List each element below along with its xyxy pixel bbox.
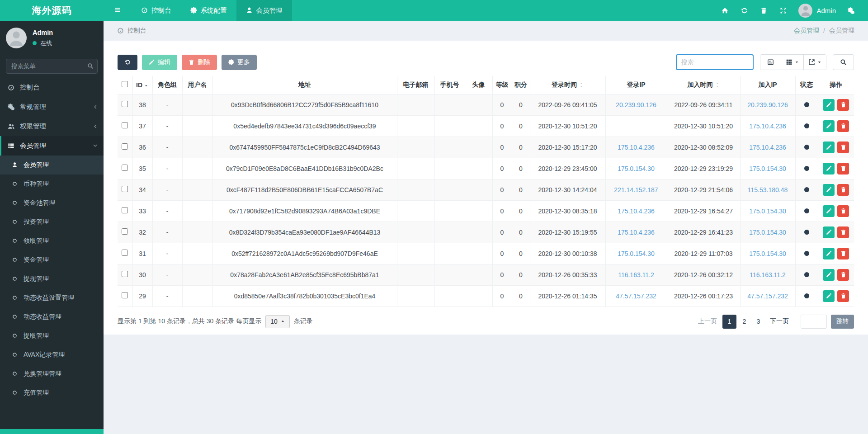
edit-row-button[interactable] <box>823 120 835 132</box>
refresh-icon[interactable] <box>735 7 754 14</box>
join-ip-link[interactable]: 175.10.4.236 <box>749 144 786 151</box>
edit-row-button[interactable] <box>823 290 835 302</box>
delete-row-button[interactable] <box>837 184 849 196</box>
sidebar-item-控制台[interactable]: 控制台 <box>0 78 104 97</box>
login-ip-link[interactable]: 175.0.154.30 <box>618 165 655 172</box>
join-ip-link[interactable]: 175.0.154.30 <box>749 208 786 215</box>
row-checkbox[interactable] <box>122 292 128 298</box>
login-ip-link[interactable]: 116.163.11.2 <box>618 271 654 278</box>
sidebar-subitem-充值管理[interactable]: 充值管理 <box>0 383 104 402</box>
delete-button[interactable]: 删除 <box>182 55 217 70</box>
page-button-1[interactable]: 1 <box>722 315 736 329</box>
edit-row-button[interactable] <box>823 205 835 217</box>
edit-row-button[interactable] <box>823 142 835 153</box>
sidebar-item-权限管理[interactable]: 权限管理 <box>0 117 104 136</box>
sidebar-item-常规管理[interactable]: 常规管理 <box>0 97 104 117</box>
settings-gears-icon[interactable] <box>841 7 861 14</box>
profile-avatar[interactable] <box>6 28 27 48</box>
sidebar-subitem-领取管理[interactable]: 领取管理 <box>0 231 104 250</box>
delete-row-button[interactable] <box>837 163 849 175</box>
expand-icon[interactable] <box>774 7 793 14</box>
sidebar-subitem-动态收益管理[interactable]: 动态收益管理 <box>0 307 104 326</box>
sidebar-subitem-会员管理[interactable]: 会员管理 <box>0 156 104 175</box>
join-ip-link[interactable]: 20.239.90.126 <box>747 101 788 108</box>
join-ip-link[interactable]: 175.0.154.30 <box>749 250 786 257</box>
edit-row-button[interactable] <box>823 99 835 111</box>
sidebar-toggle-button[interactable] <box>104 0 132 21</box>
sidebar-subitem-资金池管理[interactable]: 资金池管理 <box>0 193 104 212</box>
nav-item-会员管理[interactable]: 会员管理 <box>236 0 292 21</box>
select-all-checkbox[interactable] <box>122 81 128 87</box>
search-button[interactable] <box>833 54 854 70</box>
edit-row-button[interactable] <box>823 269 835 281</box>
user-avatar[interactable] <box>798 4 812 18</box>
delete-row-button[interactable] <box>837 99 849 111</box>
more-button[interactable]: 更多 <box>222 55 257 70</box>
login-ip-link[interactable]: 175.0.154.30 <box>618 250 655 257</box>
delete-row-button[interactable] <box>837 142 849 153</box>
row-checkbox[interactable] <box>122 271 128 277</box>
row-checkbox[interactable] <box>122 207 128 213</box>
login-ip-link[interactable]: 20.239.90.126 <box>616 101 656 108</box>
jump-button[interactable]: 跳转 <box>831 315 854 329</box>
refresh-button[interactable] <box>118 55 137 70</box>
detail-view-button[interactable] <box>760 55 781 70</box>
delete-row-button[interactable] <box>837 290 849 302</box>
row-checkbox[interactable] <box>122 228 128 235</box>
row-checkbox[interactable] <box>122 143 128 150</box>
sidebar-subitem-动态收益设置管理[interactable]: 动态收益设置管理 <box>0 288 104 307</box>
nav-item-控制台[interactable]: 控制台 <box>132 0 181 21</box>
home-icon[interactable] <box>715 7 735 14</box>
edit-row-button[interactable] <box>823 248 835 259</box>
join-ip-link[interactable]: 116.163.11.2 <box>750 271 786 278</box>
sidebar-subitem-投资管理[interactable]: 投资管理 <box>0 212 104 231</box>
edit-row-button[interactable] <box>823 163 835 175</box>
column-header-login-time[interactable]: 登录时间 <box>530 76 605 94</box>
breadcrumb-link[interactable]: 会员管理 <box>794 27 819 35</box>
delete-row-button[interactable] <box>837 120 849 132</box>
join-ip-link[interactable]: 175.10.4.236 <box>749 123 786 130</box>
edit-row-button[interactable] <box>823 226 835 238</box>
join-ip-link[interactable]: 175.0.154.30 <box>749 165 786 172</box>
delete-row-button[interactable] <box>837 248 849 259</box>
login-ip-link[interactable]: 175.10.4.236 <box>618 208 655 215</box>
sidebar-subitem-提现管理[interactable]: 提现管理 <box>0 269 104 288</box>
login-ip-link[interactable]: 47.57.157.232 <box>616 292 656 300</box>
page-button-2[interactable]: 2 <box>738 315 750 329</box>
join-ip-link[interactable]: 115.53.180.48 <box>748 186 788 193</box>
join-ip-link[interactable]: 175.0.154.30 <box>749 229 786 236</box>
row-checkbox[interactable] <box>122 165 128 171</box>
page-button-3[interactable]: 3 <box>752 315 764 329</box>
delete-row-button[interactable] <box>837 205 849 217</box>
sidebar-item-会员管理[interactable]: 会员管理 <box>0 136 104 156</box>
table-search-input[interactable] <box>676 54 754 70</box>
jump-page-input[interactable] <box>801 315 827 329</box>
login-ip-link[interactable]: 175.10.4.236 <box>618 229 655 236</box>
column-header-join-time[interactable]: 加入时间 <box>667 76 740 94</box>
delete-row-button[interactable] <box>837 226 849 238</box>
row-checkbox[interactable] <box>122 101 128 107</box>
page-size-select[interactable]: 10 <box>265 315 290 328</box>
edit-button[interactable]: 编辑 <box>142 55 177 70</box>
grid-columns-button[interactable] <box>781 55 804 70</box>
sidebar-subitem-币种管理[interactable]: 币种管理 <box>0 175 104 193</box>
login-ip-link[interactable]: 221.14.152.187 <box>614 186 658 193</box>
login-ip-link[interactable]: 175.10.4.236 <box>618 144 655 151</box>
sidebar-subitem-兑换管理管理[interactable]: 兑换管理管理 <box>0 364 104 383</box>
nav-item-系统配置[interactable]: 系统配置 <box>181 0 236 21</box>
edit-row-button[interactable] <box>823 184 835 196</box>
sidebar-subitem-提取管理[interactable]: 提取管理 <box>0 326 104 345</box>
prev-page-button[interactable]: 上一页 <box>693 315 722 329</box>
sidebar-subitem-资金管理[interactable]: 资金管理 <box>0 250 104 269</box>
column-header-id[interactable]: ID <box>132 76 152 94</box>
trash-icon[interactable] <box>754 7 774 14</box>
export-button[interactable] <box>804 55 826 70</box>
next-page-button[interactable]: 下一页 <box>764 315 794 329</box>
row-checkbox[interactable] <box>122 122 128 128</box>
join-ip-link[interactable]: 47.57.157.232 <box>747 292 788 300</box>
sidebar-subitem-AVAX记录管理[interactable]: AVAX记录管理 <box>0 345 104 364</box>
row-checkbox[interactable] <box>122 250 128 256</box>
delete-row-button[interactable] <box>837 269 849 281</box>
menu-search-input[interactable] <box>6 59 98 74</box>
row-checkbox[interactable] <box>122 186 128 192</box>
